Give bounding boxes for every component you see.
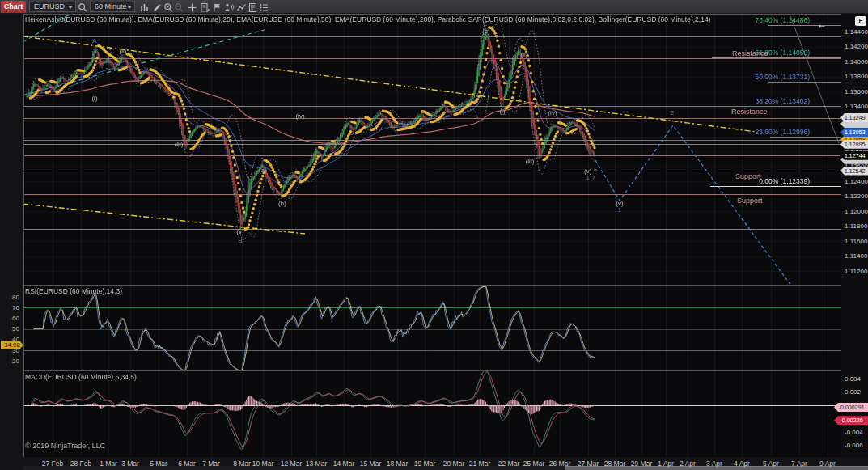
rsi-scale-label: 80 — [2, 294, 19, 301]
wave-label: (b) — [278, 200, 286, 207]
price-marker: 1.12895 — [840, 140, 868, 149]
wave-label: (iii) — [175, 141, 184, 148]
left-scale-column[interactable]: 8070605040302034.92 — [0, 14, 23, 457]
wave-label: (iii) — [526, 158, 535, 165]
price-axis-tick: 1.14000 — [845, 58, 868, 66]
wave-label: C — [483, 20, 488, 28]
rsi-scale-label: 70 — [2, 304, 19, 311]
time-axis[interactable]: 27 Feb28 Feb1 Mar3 Mar5 Mar6 Mar7 Mar8 M… — [0, 457, 868, 470]
time-axis-label: 26 Mar — [549, 459, 570, 468]
price-indicator-label: HeikenAshi8(EURUSD (60 Minute)), EMA(EUR… — [25, 15, 710, 23]
chart-style-icon[interactable] — [139, 2, 150, 12]
interval-value: 60 Minute — [95, 2, 127, 11]
instrument-selector[interactable]: EURUSD — [29, 2, 76, 12]
time-axis-label: 5 Mar — [150, 459, 167, 468]
tab-chart[interactable]: Chart — [1, 1, 26, 13]
macd-marker: -0.000291 — [834, 403, 868, 412]
left-arrow-annotation: ← — [817, 19, 827, 30]
macd-indicator-label: MACD(EURUSD (60 Minute),5,34,5) — [25, 373, 137, 381]
fib-level-label: 50.00% (1.13731) — [755, 73, 810, 81]
price-marker: 1.12744 — [840, 151, 868, 160]
price-marker: 1.13053 — [840, 128, 868, 137]
time-axis-label: 12 Mar — [281, 459, 302, 468]
wave-label: (a) — [259, 167, 267, 174]
wave-label: (ii) — [120, 48, 127, 55]
rsi-scale-label: 60 — [2, 315, 19, 322]
time-axis-label: 21 Mar — [469, 459, 490, 468]
price-axis-tick: 1.11400 — [845, 252, 867, 260]
price-axis-tick: 1.13400 — [845, 103, 868, 110]
fib-level-label: 38.20% (1.13402) — [755, 97, 810, 105]
time-axis-label: 1 Apr — [658, 459, 674, 468]
time-axis-label: 13 Mar — [306, 459, 327, 468]
rsi-scale-label: 20 — [2, 358, 19, 365]
time-axis-label: 14 Mar — [333, 459, 354, 468]
wave-label: 1 — [618, 206, 621, 214]
fib-level-label: 23.60% (1.12996) — [755, 128, 810, 136]
time-axis-label: 15 Mar — [360, 459, 381, 468]
price-axis-tick: 1.13800 — [845, 73, 868, 80]
copyright-text: © 2019 NinjaTrader, LLC — [25, 442, 105, 450]
indicators-icon[interactable] — [224, 2, 235, 12]
properties-icon[interactable] — [259, 2, 269, 12]
price-axis-tick: 1.12000 — [845, 208, 868, 215]
alerts-icon[interactable] — [212, 2, 222, 12]
analysis-icon[interactable] — [236, 2, 247, 12]
time-axis-label: 27 Mar — [578, 459, 599, 468]
time-axis-label: 25 Mar — [523, 459, 544, 468]
chart-window: Chart EURUSD 60 Minute — [0, 0, 868, 470]
focus-button[interactable]: F — [855, 16, 866, 26]
rsi-marker: 34.92 — [1, 341, 23, 349]
time-axis-label: 4 Apr — [734, 459, 750, 468]
time-axis-label: 22 Mar — [498, 459, 519, 468]
wave-label: (iv) — [548, 109, 557, 116]
price-axis[interactable]: F 1.144001.142001.140001.138001.136001.1… — [841, 14, 868, 457]
wave-label: B — [238, 237, 242, 244]
macd-axis-tick: -0.006 — [845, 442, 863, 449]
time-axis-label: 20 Mar — [443, 459, 464, 468]
price-axis-tick: 1.13600 — [845, 88, 868, 95]
wave-label: (v) — [236, 228, 243, 235]
price-marker: 1.12542 — [840, 167, 868, 176]
zoom-in-icon[interactable] — [163, 2, 174, 12]
wave-label: (ii) — [521, 51, 528, 58]
time-axis-label: 28 Mar — [604, 459, 625, 468]
wave-label: (i) — [499, 108, 505, 115]
wave-label: 1 ? — [586, 174, 595, 181]
chart-trader-icon[interactable] — [200, 2, 210, 12]
time-axis-label: 3 Apr — [706, 459, 722, 468]
rsi-scale-label: 50 — [2, 325, 19, 332]
wave-label: (i) — [91, 95, 97, 102]
price-axis-tick: 1.14200 — [845, 43, 868, 50]
price-axis-tick: 1.11200 — [845, 268, 867, 275]
price-marker: 1.13249 — [840, 113, 868, 122]
time-axis-label: 9 Apr — [819, 459, 836, 468]
time-axis-label: 19 Mar — [414, 459, 435, 468]
instrument-value: EURUSD — [34, 2, 65, 11]
draw-icon[interactable] — [152, 2, 163, 12]
price-chart-canvas[interactable] — [0, 0, 868, 470]
macd-axis-tick: 0.004 — [845, 375, 861, 383]
chevron-down-icon — [68, 6, 73, 9]
time-axis-label: 29 Mar — [631, 459, 652, 468]
time-axis-label: 27 Feb — [42, 459, 63, 468]
wave-label: A — [92, 37, 96, 44]
toolbar: Chart EURUSD 60 Minute — [0, 0, 868, 14]
sr-label: Support — [735, 172, 761, 180]
chevron-down-icon — [127, 6, 132, 9]
macd-axis-tick: -0.004 — [845, 429, 863, 436]
price-axis-tick: 1.12400 — [845, 178, 868, 185]
fib-level-label: 0.00% (1.12339) — [759, 177, 810, 185]
time-axis-label: 18 Mar — [387, 459, 408, 468]
wave-label: (c) — [482, 28, 489, 35]
time-axis-label: 10 Mar — [252, 459, 273, 468]
report-icon[interactable] — [248, 2, 258, 12]
rsi-indicator-label: RSI(EURUSD (60 Minute),14,3) — [25, 287, 122, 295]
time-axis-label: 1 Mar — [100, 459, 117, 468]
add-icon[interactable] — [187, 2, 197, 12]
time-axis-label: 8 Mar — [233, 459, 251, 468]
interval-selector[interactable]: 60 Minute — [90, 2, 135, 12]
time-axis-label: 3 Mar — [121, 459, 139, 468]
zoom-out-icon[interactable] — [174, 2, 184, 12]
search-icon[interactable] — [78, 2, 88, 12]
